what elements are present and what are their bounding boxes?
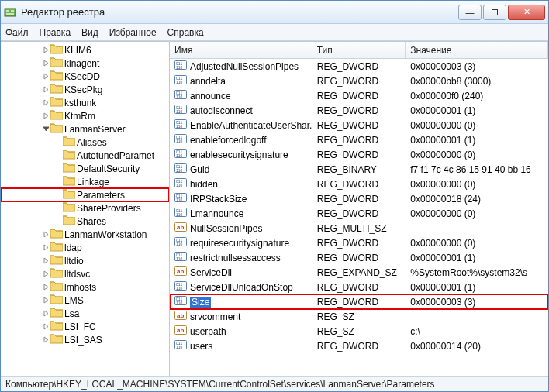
- expander-closed-icon[interactable]: [41, 98, 50, 108]
- menu-favorites[interactable]: Избранное: [109, 27, 157, 38]
- value-row[interactable]: 011110restrictnullsessaccessREG_DWORD0x0…: [170, 250, 548, 265]
- value-row[interactable]: 011110enablesecuritysignatureREG_DWORD0x…: [170, 147, 548, 162]
- value-data: 0x00000014 (20): [406, 341, 548, 352]
- value-type: REG_DWORD: [312, 238, 406, 249]
- value-row[interactable]: 011110usersREG_DWORD0x00000014 (20): [170, 339, 548, 353]
- svg-rect-3: [6, 13, 14, 15]
- expander-open-icon[interactable]: [41, 125, 50, 134]
- tree-item[interactable]: ksthunk: [1, 96, 169, 109]
- expander-closed-icon[interactable]: [41, 283, 50, 292]
- titlebar[interactable]: Редактор реестра — ✕: [1, 1, 548, 24]
- expander-none: [54, 151, 63, 160]
- expander-none: [54, 204, 63, 213]
- value-type: REG_DWORD: [312, 194, 406, 205]
- value-row[interactable]: 011110IRPStackSizeREG_DWORD0x00000018 (2…: [170, 191, 548, 206]
- tree-item[interactable]: lmhosts: [1, 280, 169, 294]
- column-data[interactable]: Значение: [406, 42, 548, 58]
- value-row[interactable]: 011110EnableAuthenticateUserShar...REG_D…: [170, 118, 548, 132]
- tree-item-label: LanmanWorkstation: [64, 229, 147, 240]
- string-value-icon: ab: [174, 309, 187, 324]
- tree-item[interactable]: DefaultSecurity: [1, 162, 169, 175]
- value-row[interactable]: abuserpathREG_SZc:\: [170, 324, 548, 339]
- menu-file[interactable]: Файл: [5, 27, 29, 38]
- string-value-icon: ab: [174, 221, 187, 236]
- minimize-button[interactable]: —: [458, 5, 482, 20]
- tree-item[interactable]: LSI_SAS: [1, 333, 169, 346]
- expander-closed-icon[interactable]: [41, 112, 50, 121]
- expander-closed-icon[interactable]: [41, 270, 50, 279]
- value-type: REG_DWORD: [312, 91, 406, 101]
- folder-icon: [63, 149, 77, 162]
- tree-item[interactable]: LSI_FC: [1, 320, 169, 333]
- value-data: 0x00000bb8 (3000): [406, 76, 548, 87]
- list-body[interactable]: 011110AdjustedNullSessionPipesREG_DWORD0…: [170, 59, 548, 376]
- tree-item[interactable]: ShareProviders: [1, 201, 169, 215]
- svg-text:110: 110: [176, 95, 183, 99]
- value-row[interactable]: 011110AdjustedNullSessionPipesREG_DWORD0…: [170, 59, 548, 74]
- close-button[interactable]: ✕: [508, 5, 545, 20]
- folder-icon: [50, 320, 64, 333]
- tree-item[interactable]: KSecDD: [1, 70, 169, 83]
- svg-rect-2: [11, 10, 14, 12]
- value-row[interactable]: 011110requiresecuritysignatureREG_DWORD0…: [170, 236, 548, 250]
- menu-help[interactable]: Справка: [167, 27, 204, 38]
- tree-item[interactable]: lltdio: [1, 254, 169, 267]
- folder-icon: [63, 162, 77, 175]
- tree-item[interactable]: KSecPkg: [1, 83, 169, 96]
- value-row[interactable]: 011110autodisconnectREG_DWORD0x00000001 …: [170, 103, 548, 118]
- expander-closed-icon[interactable]: [41, 256, 50, 266]
- value-row[interactable]: abNullSessionPipesREG_MULTI_SZ: [170, 221, 548, 236]
- tree-item[interactable]: ldap: [1, 241, 169, 254]
- expander-closed-icon[interactable]: [41, 309, 50, 318]
- tree-item-label: Parameters: [77, 190, 125, 201]
- tree-item[interactable]: KtmRm: [1, 109, 169, 122]
- menu-view[interactable]: Вид: [81, 27, 98, 38]
- maximize-button[interactable]: [483, 5, 506, 20]
- tree-item[interactable]: KLIM6: [1, 43, 169, 57]
- tree-item[interactable]: klnagent: [1, 57, 169, 70]
- tree-item[interactable]: Aliases: [1, 136, 169, 149]
- tree-item[interactable]: LanmanServer: [1, 122, 169, 136]
- value-row[interactable]: 011110announceREG_DWORD0x000000f0 (240): [170, 88, 548, 103]
- expander-closed-icon[interactable]: [41, 85, 50, 95]
- menu-edit[interactable]: Правка: [40, 27, 71, 38]
- value-row[interactable]: 011110enableforcedlogoffREG_DWORD0x00000…: [170, 132, 548, 147]
- tree-item[interactable]: Shares: [1, 215, 169, 228]
- expander-closed-icon[interactable]: [41, 335, 50, 345]
- svg-text:110: 110: [176, 80, 183, 84]
- binary-value-icon: 011110: [174, 294, 187, 309]
- value-row[interactable]: 011110SizeREG_DWORD0x00000003 (3): [170, 294, 548, 309]
- value-row[interactable]: abServiceDllREG_EXPAND_SZ%SystemRoot%\sy…: [170, 265, 548, 280]
- value-row[interactable]: 011110ServiceDllUnloadOnStopREG_DWORD0x0…: [170, 280, 548, 294]
- tree-pane[interactable]: KLIM6klnagentKSecDDKSecPkgksthunkKtmRmLa…: [1, 42, 170, 376]
- column-name[interactable]: Имя: [170, 42, 312, 58]
- tree-item[interactable]: Parameters: [1, 188, 169, 201]
- svg-text:110: 110: [176, 286, 183, 291]
- expander-closed-icon[interactable]: [41, 72, 50, 81]
- menu-bar: Файл Правка Вид Избранное Справка: [1, 24, 548, 41]
- expander-closed-icon[interactable]: [41, 296, 50, 305]
- expander-closed-icon[interactable]: [41, 243, 50, 253]
- tree-item[interactable]: AutotunedParamet: [1, 149, 169, 162]
- tree-item[interactable]: Linkage: [1, 175, 169, 188]
- binary-value-icon: 011110: [174, 236, 187, 250]
- value-row[interactable]: 011110GuidREG_BINARYf7 f1 7c 4c 86 15 91…: [170, 162, 548, 177]
- value-type: REG_DWORD: [312, 150, 406, 160]
- expander-closed-icon[interactable]: [41, 46, 50, 55]
- svg-text:ab: ab: [177, 224, 184, 231]
- value-row[interactable]: 011110anndeltaREG_DWORD0x00000bb8 (3000): [170, 74, 548, 88]
- tree-item[interactable]: LMS: [1, 294, 169, 307]
- tree-item[interactable]: LanmanWorkstation: [1, 228, 169, 241]
- value-row[interactable]: absrvcommentREG_SZ: [170, 309, 548, 324]
- folder-icon: [50, 280, 64, 294]
- expander-closed-icon[interactable]: [41, 59, 50, 68]
- value-row[interactable]: 011110LmannounceREG_DWORD0x00000000 (0): [170, 206, 548, 221]
- column-type[interactable]: Тип: [312, 42, 406, 58]
- tree-item[interactable]: Lsa: [1, 307, 169, 320]
- svg-text:110: 110: [176, 183, 183, 187]
- value-name: userpath: [190, 326, 226, 337]
- expander-closed-icon[interactable]: [41, 322, 50, 332]
- expander-closed-icon[interactable]: [41, 230, 50, 239]
- tree-item[interactable]: lltdsvc: [1, 267, 169, 280]
- value-row[interactable]: 011110hiddenREG_DWORD0x00000000 (0): [170, 177, 548, 191]
